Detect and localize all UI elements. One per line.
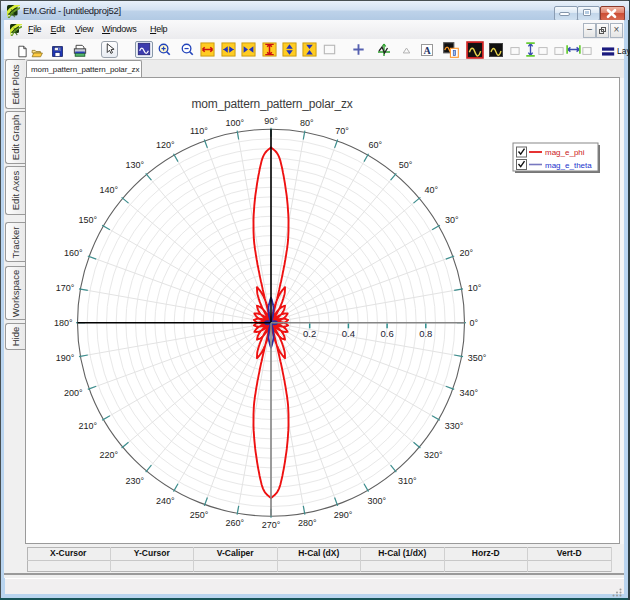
svg-text:40°: 40° bbox=[425, 185, 439, 195]
svg-text:200°: 200° bbox=[64, 388, 83, 398]
svg-text:330°: 330° bbox=[445, 421, 464, 431]
svg-text:230°: 230° bbox=[125, 476, 144, 486]
svg-text:A: A bbox=[423, 45, 431, 56]
svg-text:30°: 30° bbox=[445, 215, 459, 225]
svg-text:270°: 270° bbox=[262, 520, 281, 530]
svg-text:320°: 320° bbox=[424, 450, 443, 460]
svg-text:250°: 250° bbox=[190, 510, 209, 520]
svg-text:mom_pattern_pattern_polar_zx: mom_pattern_pattern_polar_zx bbox=[191, 97, 352, 111]
svg-text:mag_e_phi: mag_e_phi bbox=[545, 148, 585, 157]
svg-text:0.4: 0.4 bbox=[342, 328, 355, 339]
svg-text:170°: 170° bbox=[56, 283, 75, 293]
svg-text:160°: 160° bbox=[64, 248, 83, 258]
svg-text:350°: 350° bbox=[468, 353, 487, 363]
svg-text:180°: 180° bbox=[54, 318, 73, 328]
svg-text:20°: 20° bbox=[460, 248, 474, 258]
svg-text:290°: 290° bbox=[334, 510, 353, 520]
svg-text:70°: 70° bbox=[335, 126, 349, 136]
svg-text:0.6: 0.6 bbox=[380, 328, 393, 339]
svg-text:190°: 190° bbox=[56, 353, 75, 363]
svg-text:50°: 50° bbox=[399, 160, 413, 170]
svg-text:80°: 80° bbox=[300, 118, 314, 128]
svg-text:110°: 110° bbox=[190, 126, 208, 136]
svg-text:60°: 60° bbox=[369, 140, 383, 150]
svg-text:mag_e_theta: mag_e_theta bbox=[545, 161, 592, 170]
svg-text:10°: 10° bbox=[468, 283, 482, 293]
svg-text:210°: 210° bbox=[79, 421, 98, 431]
svg-text:140°: 140° bbox=[99, 185, 118, 195]
svg-text:100°: 100° bbox=[225, 118, 244, 128]
svg-text:130°: 130° bbox=[125, 160, 144, 170]
svg-text:260°: 260° bbox=[225, 518, 244, 528]
svg-text:240°: 240° bbox=[156, 496, 175, 506]
svg-text:90°: 90° bbox=[264, 116, 278, 126]
svg-text:310°: 310° bbox=[398, 476, 417, 486]
svg-text:220°: 220° bbox=[99, 450, 118, 460]
svg-text:120°: 120° bbox=[156, 140, 175, 150]
svg-text:340°: 340° bbox=[459, 388, 478, 398]
svg-text:280°: 280° bbox=[298, 518, 317, 528]
svg-text:0.8: 0.8 bbox=[419, 328, 432, 339]
svg-text:150°: 150° bbox=[79, 215, 98, 225]
svg-text:0.2: 0.2 bbox=[303, 328, 316, 339]
svg-text:0°: 0° bbox=[469, 318, 478, 328]
svg-text:300°: 300° bbox=[367, 496, 386, 506]
